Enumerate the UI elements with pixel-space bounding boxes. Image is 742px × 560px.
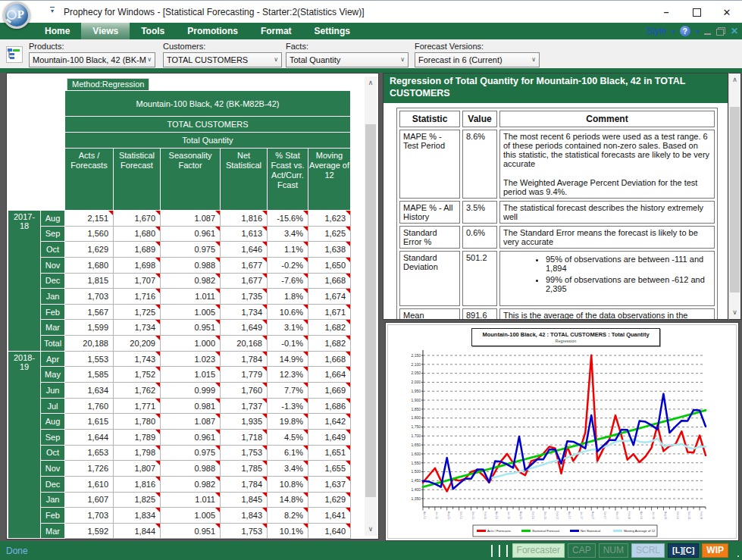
pivot-cell[interactable]: 1.015 (161, 367, 221, 383)
pivot-cell[interactable]: 0.981 (161, 398, 221, 414)
pivot-cell[interactable]: 1,789 (114, 429, 161, 445)
pivot-month-header[interactable]: May (41, 367, 65, 383)
pivot-cell[interactable]: 1,682 (308, 336, 351, 352)
pivot-cell[interactable]: 1,637 (308, 476, 351, 492)
pivot-cell[interactable]: 7.7% (268, 383, 308, 399)
pivot-cell[interactable]: 3.4% (268, 461, 308, 477)
pivot-cell[interactable]: 1,651 (308, 445, 351, 461)
pivot-cell[interactable]: 10.8% (268, 476, 308, 492)
pivot-month-header[interactable]: Total (41, 336, 65, 352)
pivot-cell[interactable]: 1,560 (65, 226, 114, 242)
quick-access-toolbar-arrow-icon[interactable]: ▾ (49, 7, 56, 14)
pivot-cell[interactable]: 1,567 (65, 304, 114, 320)
pivot-cell[interactable]: 1,779 (221, 367, 268, 383)
pivot-year-header[interactable]: 2017-18 (8, 211, 41, 352)
tab-home[interactable]: Home (33, 23, 81, 39)
pivot-cell[interactable]: 1.005 (161, 304, 221, 320)
pivot-cell[interactable]: 1,646 (221, 242, 268, 258)
pivot-cell[interactable]: 1,615 (65, 414, 114, 430)
pivot-cell[interactable]: 1,671 (308, 304, 351, 320)
pivot-cell[interactable]: 1.011 (161, 492, 221, 508)
pivot-cell[interactable]: 1,674 (308, 289, 351, 305)
pivot-cell[interactable]: 1,735 (221, 289, 268, 305)
pivot-cell[interactable]: 1,780 (114, 414, 161, 430)
pivot-month-header[interactable]: Aug (41, 414, 65, 430)
pivot-cell[interactable]: 10.1% (268, 523, 308, 539)
pivot-month-header[interactable]: Nov (41, 257, 65, 273)
pivot-cell[interactable]: 1,629 (65, 242, 114, 258)
pivot-month-header[interactable]: Aug (41, 211, 65, 227)
pivot-cell[interactable]: 1,649 (308, 429, 351, 445)
style-caret-icon[interactable]: ▾ (672, 28, 675, 35)
pivot-cell[interactable]: 1,725 (114, 304, 161, 320)
style-menu[interactable]: Style (646, 26, 666, 36)
pivot-month-header[interactable]: Nov (41, 461, 65, 477)
scroll-down-icon[interactable]: ∨ (365, 523, 377, 536)
grid-vertical-scrollbar[interactable]: ∧ ∨ (365, 77, 377, 536)
pivot-cell[interactable]: 1.087 (161, 211, 221, 227)
pivot-cell[interactable]: 4.5% (268, 429, 308, 445)
pivot-cell[interactable]: 19.8% (268, 414, 308, 430)
pivot-month-header[interactable]: Mar (41, 523, 65, 539)
help-caret-icon[interactable]: ▾ (696, 28, 699, 35)
pivot-cell[interactable]: 1,642 (308, 414, 351, 430)
pivot-column-header-1[interactable]: Statistical Forecast (114, 149, 161, 211)
tab-views[interactable]: Views (81, 23, 130, 39)
pivot-cell[interactable]: 1,668 (308, 273, 351, 289)
pivot-cell[interactable]: 1,650 (308, 257, 351, 273)
tab-tools[interactable]: Tools (130, 23, 176, 39)
forecast-versions-dropdown[interactable]: Forecast in 6 (Current)∨ (415, 52, 540, 67)
tab-format[interactable]: Format (249, 23, 303, 39)
pivot-cell[interactable]: 0.975 (161, 242, 221, 258)
scroll-up-icon[interactable]: ∧ (365, 77, 377, 89)
pivot-cell[interactable]: 1,638 (308, 242, 351, 258)
pivot-cell[interactable]: 1,734 (114, 320, 161, 336)
pivot-cell[interactable]: 1,845 (221, 492, 268, 508)
close-button[interactable]: ✕ (712, 1, 742, 23)
pivot-cell[interactable]: 1,644 (65, 429, 114, 445)
pivot-cell[interactable]: 1,655 (308, 461, 351, 477)
pivot-cell[interactable]: 1,677 (221, 273, 268, 289)
help-icon[interactable]: ? (680, 26, 690, 36)
pivot-cell[interactable]: 1,843 (221, 508, 268, 524)
pivot-month-header[interactable]: Apr (41, 351, 65, 367)
pivot-cell[interactable]: 1.011 (161, 289, 221, 305)
pivot-cell[interactable]: 1,641 (308, 508, 351, 524)
pivot-cell[interactable]: 3.4% (268, 226, 308, 242)
pivot-cell[interactable]: 1,815 (65, 273, 114, 289)
pivot-cell[interactable]: 1,834 (114, 508, 161, 524)
pivot-cell[interactable]: 0.951 (161, 523, 221, 539)
pivot-cell[interactable]: 1.1% (268, 242, 308, 258)
pivot-cell[interactable]: 1,743 (114, 351, 161, 367)
pivot-cell[interactable]: 1,784 (221, 351, 268, 367)
pivot-cell[interactable]: 1,753 (221, 445, 268, 461)
pivot-cell[interactable]: 1,677 (221, 257, 268, 273)
pivot-product-header[interactable]: Mountain-100 Black, 42 (BK-M82B-42) (65, 91, 351, 117)
scroll-down-icon[interactable]: ∨ (729, 306, 740, 319)
pivot-month-header[interactable]: Feb (41, 508, 65, 524)
scroll-up-icon[interactable]: ∧ (729, 74, 740, 86)
pivot-cell[interactable]: 1,737 (221, 398, 268, 414)
pivot-cell[interactable]: 1.023 (161, 351, 221, 367)
pivot-cell[interactable]: 0.961 (161, 226, 221, 242)
pivot-cell[interactable]: 1,553 (65, 351, 114, 367)
pivot-month-header[interactable]: Dec (41, 273, 65, 289)
pivot-cell[interactable]: 1,599 (65, 320, 114, 336)
pivot-cell[interactable]: 14.8% (268, 492, 308, 508)
pivot-cell[interactable]: 0.975 (161, 445, 221, 461)
products-dropdown[interactable]: Mountain-100 Black, 42 (BK-M∨ (29, 52, 155, 67)
pivot-cell[interactable]: 20,188 (65, 336, 114, 352)
pivot-cell[interactable]: 1,752 (114, 367, 161, 383)
pivot-cell[interactable]: 8.2% (268, 508, 308, 524)
pivot-cell[interactable]: 1,703 (65, 289, 114, 305)
pivot-month-header[interactable]: Jun (41, 383, 65, 399)
customers-dropdown[interactable]: TOTAL CUSTOMERS∨ (163, 52, 282, 67)
pivot-month-header[interactable]: Oct (41, 445, 65, 461)
pivot-customer-header[interactable]: TOTAL CUSTOMERS (65, 117, 351, 133)
pivot-column-header-3[interactable]: Net Statistical (221, 149, 268, 211)
pivot-cell[interactable]: 1,726 (65, 461, 114, 477)
pivot-cell[interactable]: 1.005 (161, 508, 221, 524)
pivot-cell[interactable]: 1.000 (161, 336, 221, 352)
pivot-cell[interactable]: 1,760 (65, 398, 114, 414)
pivot-cell[interactable]: 1,734 (221, 304, 268, 320)
